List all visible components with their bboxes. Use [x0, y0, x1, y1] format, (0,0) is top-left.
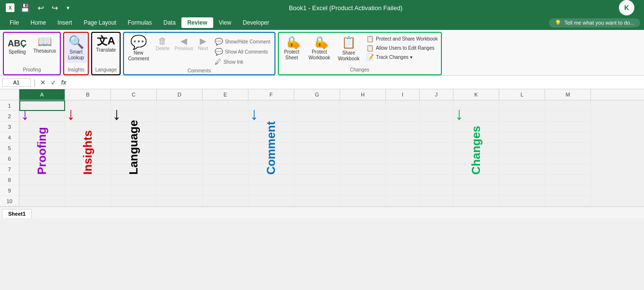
cell-L2[interactable]	[499, 111, 545, 122]
cell-L1[interactable]	[499, 100, 545, 111]
cell-G3[interactable]	[294, 122, 340, 132]
cell-H4[interactable]	[340, 132, 386, 143]
col-header-h[interactable]: H	[340, 89, 386, 100]
cell-D9[interactable]	[157, 185, 203, 196]
cell-H2[interactable]	[340, 111, 386, 122]
cell-E6[interactable]	[203, 153, 248, 164]
col-header-c[interactable]: C	[111, 89, 157, 100]
cell-M6[interactable]	[545, 153, 591, 164]
cell-K10[interactable]	[453, 196, 499, 207]
cell-L5[interactable]	[499, 143, 545, 153]
cell-E1[interactable]	[203, 100, 248, 111]
cell-A3[interactable]: Proofing	[19, 122, 65, 132]
cell-E9[interactable]	[203, 185, 248, 196]
protect-sheet-button[interactable]: 🔒 🔶 ProtectSheet	[280, 34, 304, 63]
cell-J2[interactable]	[420, 111, 453, 122]
cell-J10[interactable]	[420, 196, 453, 207]
cell-D8[interactable]	[157, 175, 203, 185]
cell-L9[interactable]	[499, 185, 545, 196]
cell-G6[interactable]	[294, 153, 340, 164]
cell-B8[interactable]	[65, 175, 111, 185]
menu-formulas[interactable]: Formulas	[122, 17, 158, 28]
cell-B2[interactable]: ↓	[65, 111, 111, 122]
row-header-4[interactable]: 4	[0, 132, 19, 143]
cell-J3[interactable]	[420, 122, 453, 132]
cell-I2[interactable]	[386, 111, 420, 122]
cell-J5[interactable]	[420, 143, 453, 153]
cell-H9[interactable]	[340, 185, 386, 196]
cell-J6[interactable]	[420, 153, 453, 164]
cell-A8[interactable]	[19, 175, 65, 185]
confirm-formula-icon[interactable]: ✓	[49, 79, 58, 86]
formula-input[interactable]	[69, 79, 642, 86]
cell-D10[interactable]	[157, 196, 203, 207]
row-header-8[interactable]: 8	[0, 175, 19, 185]
cell-L6[interactable]	[499, 153, 545, 164]
cell-D1[interactable]	[157, 100, 203, 111]
cell-H10[interactable]	[340, 196, 386, 207]
menu-developer[interactable]: Developer	[237, 17, 275, 28]
cell-I8[interactable]	[386, 175, 420, 185]
cell-F2[interactable]: ↓	[248, 111, 294, 122]
cell-D4[interactable]	[157, 132, 203, 143]
sheet-tab-sheet1[interactable]: Sheet1	[2, 209, 32, 218]
cell-H6[interactable]	[340, 153, 386, 164]
menu-data[interactable]: Data	[158, 17, 181, 28]
cell-M1[interactable]	[545, 100, 591, 111]
cell-I9[interactable]	[386, 185, 420, 196]
cell-G5[interactable]	[294, 143, 340, 153]
cell-C3[interactable]: Language	[111, 122, 157, 132]
cell-L7[interactable]	[499, 164, 545, 175]
cell-C10[interactable]	[111, 196, 157, 207]
cell-C8[interactable]	[111, 175, 157, 185]
allow-users-button[interactable]: 📋 Allow Users to Edit Ranges	[364, 44, 439, 52]
col-header-j[interactable]: J	[420, 89, 453, 100]
menu-review[interactable]: Review	[181, 17, 213, 28]
previous-comment-button[interactable]: ◀ Previous	[173, 36, 195, 52]
cell-G9[interactable]	[294, 185, 340, 196]
row-header-7[interactable]: 7	[0, 164, 19, 175]
protect-workbook-button[interactable]: 🔒 🔶 ProtectWorkbook	[306, 34, 333, 63]
row-header-6[interactable]: 6	[0, 153, 19, 164]
cell-G7[interactable]	[294, 164, 340, 175]
cell-I3[interactable]	[386, 122, 420, 132]
col-header-l[interactable]: L	[499, 89, 545, 100]
cell-D3[interactable]	[157, 122, 203, 132]
protect-share-workbook-button[interactable]: 📋 Protect and Share Workbook	[364, 35, 439, 43]
row-header-1[interactable]: 1	[0, 100, 19, 111]
col-header-g[interactable]: G	[294, 89, 340, 100]
cell-J4[interactable]	[420, 132, 453, 143]
cell-C9[interactable]	[111, 185, 157, 196]
new-comment-button[interactable]: 💬 NewComment	[125, 34, 151, 64]
cell-E7[interactable]	[203, 164, 248, 175]
cell-B10[interactable]	[65, 196, 111, 207]
col-header-m[interactable]: M	[545, 89, 591, 100]
cell-G4[interactable]	[294, 132, 340, 143]
cell-M9[interactable]	[545, 185, 591, 196]
cell-E4[interactable]	[203, 132, 248, 143]
col-header-e[interactable]: E	[203, 89, 248, 100]
cell-A10[interactable]	[19, 196, 65, 207]
row-header-5[interactable]: 5	[0, 143, 19, 153]
undo-icon[interactable]: ↩	[38, 3, 44, 13]
track-changes-button[interactable]: 📝 Track Changes ▾	[364, 53, 439, 61]
cancel-formula-icon[interactable]: ✕	[39, 79, 47, 86]
cell-G10[interactable]	[294, 196, 340, 207]
cell-I4[interactable]	[386, 132, 420, 143]
translate-button[interactable]: 文A Translate	[93, 34, 119, 55]
share-workbook-button[interactable]: 📋 ShareWorkbook	[335, 34, 362, 64]
thesaurus-button[interactable]: 📖 Thesaurus	[30, 34, 59, 56]
cell-F9[interactable]	[248, 185, 294, 196]
menu-view[interactable]: View	[213, 17, 237, 28]
menu-insert[interactable]: Insert	[52, 17, 78, 28]
cell-H5[interactable]	[340, 143, 386, 153]
cell-H3[interactable]	[340, 122, 386, 132]
cell-K8[interactable]	[453, 175, 499, 185]
tell-me-box[interactable]: 💡 Tell me what you want to do...	[549, 18, 640, 28]
cell-A2[interactable]: ↓	[19, 111, 65, 122]
save-icon[interactable]: 💾	[20, 3, 30, 13]
cell-I6[interactable]	[386, 153, 420, 164]
cell-D6[interactable]	[157, 153, 203, 164]
cell-M3[interactable]	[545, 122, 591, 132]
row-header-10[interactable]: 10	[0, 196, 19, 207]
